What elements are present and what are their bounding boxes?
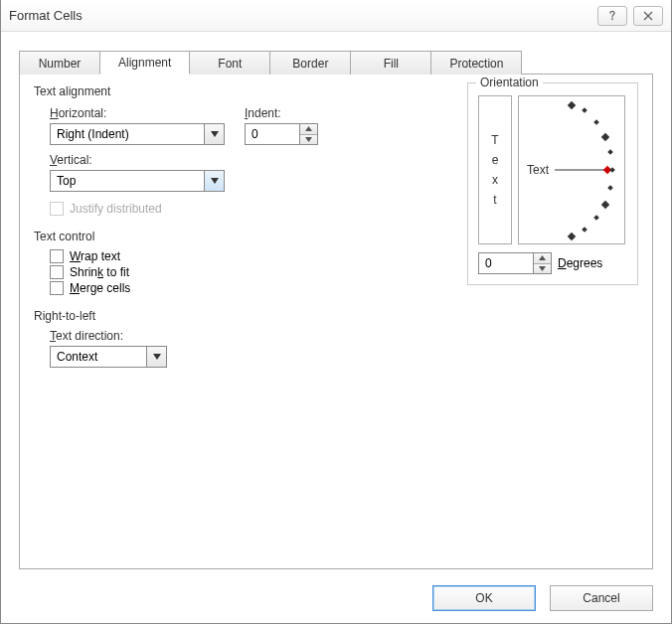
- spinner-up-icon[interactable]: [300, 124, 317, 134]
- text-direction-value: Context: [57, 350, 97, 364]
- vertical-value: Top: [57, 174, 76, 188]
- indent-label: Indent:: [245, 106, 318, 120]
- tabstrip: Number Alignment Font Border Fill Protec…: [19, 50, 671, 74]
- left-column: Text alignment Horizontal: Right (Indent…: [34, 82, 471, 368]
- horizontal-label: Horizontal:: [50, 106, 225, 120]
- dialog-buttons: OK Cancel: [432, 585, 653, 611]
- format-cells-dialog: Format Cells Number Alignment Font Borde…: [0, 0, 672, 624]
- tab-protection[interactable]: Protection: [430, 51, 522, 75]
- tab-alignment[interactable]: Alignment: [99, 51, 190, 75]
- tab-border[interactable]: Border: [269, 51, 351, 75]
- spinner-down-icon[interactable]: [534, 263, 551, 274]
- merge-cells-checkbox[interactable]: Merge cells: [50, 281, 471, 295]
- horizontal-value: Right (Indent): [57, 127, 129, 141]
- text-control-section: Text control: [34, 230, 471, 243]
- degrees-label: Degrees: [558, 256, 602, 270]
- chevron-down-icon: [204, 124, 224, 144]
- orientation-dial[interactable]: Text: [518, 95, 625, 244]
- orientation-section: Orientation: [476, 76, 543, 89]
- text-direction-label: Text direction:: [50, 329, 471, 343]
- ok-button[interactable]: OK: [432, 585, 536, 611]
- tab-number[interactable]: Number: [19, 51, 100, 75]
- tab-fill[interactable]: Fill: [350, 51, 431, 75]
- indent-value: 0: [246, 124, 299, 144]
- chevron-down-icon: [146, 347, 166, 367]
- cancel-button[interactable]: Cancel: [550, 585, 653, 611]
- shrink-to-fit-checkbox[interactable]: Shrink to fit: [50, 265, 471, 279]
- spinner-down-icon[interactable]: [300, 134, 317, 145]
- horizontal-select[interactable]: Right (Indent): [50, 123, 225, 145]
- close-button[interactable]: [633, 6, 663, 26]
- tab-font[interactable]: Font: [189, 51, 270, 75]
- orientation-vertical-button[interactable]: T e x t: [478, 95, 512, 244]
- help-button[interactable]: [597, 6, 627, 26]
- orientation-needle: [555, 170, 604, 171]
- right-to-left-section: Right-to-left: [34, 309, 471, 323]
- alignment-panel: Text alignment Horizontal: Right (Indent…: [19, 74, 653, 569]
- chevron-down-icon: [204, 171, 224, 191]
- vertical-select[interactable]: Top: [50, 170, 225, 192]
- spinner-up-icon[interactable]: [534, 253, 551, 263]
- window-title: Format Cells: [9, 8, 83, 23]
- indent-spinner[interactable]: 0: [245, 123, 318, 145]
- degrees-spinner[interactable]: 0: [478, 252, 552, 274]
- justify-distributed-checkbox: Justify distributed: [50, 202, 471, 216]
- wrap-text-checkbox[interactable]: Wrap text: [50, 249, 471, 263]
- text-direction-select[interactable]: Context: [50, 346, 167, 368]
- text-alignment-section: Text alignment: [34, 84, 471, 98]
- vertical-label: Vertical:: [50, 153, 471, 167]
- degrees-value: 0: [479, 253, 533, 273]
- titlebar: Format Cells: [1, 0, 671, 32]
- orientation-group: Orientation T e x t Text: [467, 82, 638, 285]
